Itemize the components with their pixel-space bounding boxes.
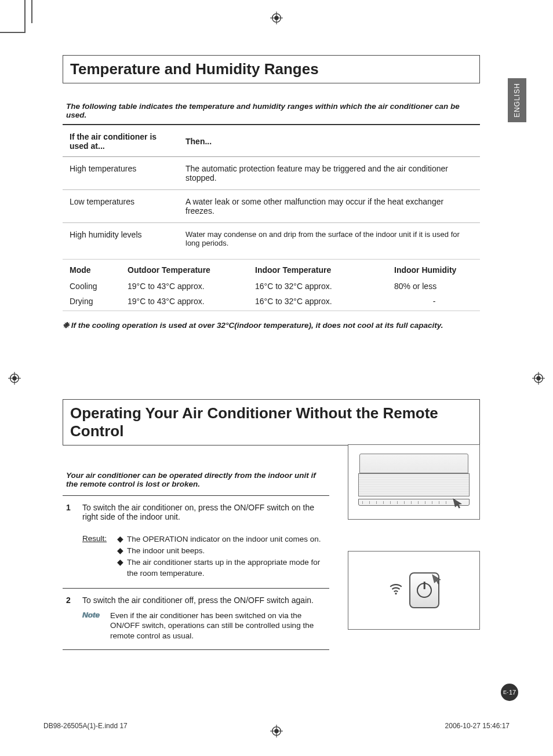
diamond-bullet-icon: ◆ (117, 546, 123, 556)
page-number-badge: E-17 (501, 684, 518, 701)
ac-unit-illustration (356, 450, 472, 514)
step-number: 1 (66, 503, 74, 580)
footer-right: 2006-10-27 15:46:17 (445, 722, 510, 730)
table-row: Low temperatures A water leak or some ot… (63, 190, 480, 223)
section-title-box: Operating Your Air Conditioner Without t… (63, 399, 480, 445)
table-row: High temperatures The automatic protecti… (63, 157, 480, 190)
crop-mark (31, 0, 32, 23)
ranges-table: Mode Outdoor Temperature Indoor Temperat… (63, 259, 480, 311)
table1-r0-c2: The automatic protection feature may be … (179, 157, 480, 190)
table1-r1-c2: A water leak or some other malfunction m… (179, 190, 480, 223)
bullet-text: The OPERATION indicator on the indoor un… (127, 534, 321, 545)
table1-r2-c2: Water may condense on and drip from the … (179, 223, 480, 255)
diamond-bullet-icon: ◆ (117, 534, 123, 545)
result-label: Result: (82, 534, 107, 580)
table2-r0-outdoor: 19°C to 43°C approx. (121, 279, 248, 294)
registration-mark-icon (8, 372, 21, 385)
table2-header-mode: Mode (63, 260, 121, 280)
crop-mark (0, 32, 26, 33)
page-content: Temperature and Humidity Ranges The foll… (63, 55, 480, 650)
crop-mark (24, 0, 26, 32)
footer: DB98-26505A(1)-E.indd 17 2006-10-27 15:4… (43, 722, 510, 730)
table1-r2-c1: High humidity levels (63, 223, 179, 255)
table2-r0-indoor: 16°C to 32°C approx. (248, 279, 387, 294)
bullet-text: The air conditioner starts up in the app… (127, 557, 326, 578)
table2-r1-humidity: - (387, 294, 480, 311)
pointer-arrow-icon (451, 496, 464, 509)
conditions-table: If the air conditioner is used at... The… (63, 125, 480, 254)
diamond-bullet-icon: ◆ (117, 557, 123, 578)
table1-header-col1: If the air conditioner is used at... (63, 125, 179, 157)
note-text: Even if the air conditioner has been swi… (110, 611, 326, 641)
figure-power-button (348, 551, 480, 630)
table2-r1-indoor: 16°C to 32°C approx. (248, 294, 387, 311)
section1-footnote: ❉ If the cooling operation is used at ov… (63, 317, 480, 330)
table1-r1-c1: Low temperatures (63, 190, 179, 223)
section2-intro: Your air conditioner can be operated dir… (63, 471, 318, 495)
bullet-text: The indoor unit beeps. (127, 546, 205, 556)
steps-list: 1 To switch the air conditioner on, pres… (63, 495, 329, 650)
table2-r1-outdoor: 19°C to 43°C approx. (121, 294, 248, 311)
step-number: 2 (66, 596, 74, 641)
language-tab: ENGLISH (508, 78, 526, 122)
result-bullets: ◆The OPERATION indicator on the indoor u… (117, 534, 326, 580)
figure-ac-unit (348, 444, 480, 520)
pointer-arrow-icon (430, 572, 443, 587)
table-row: Drying 19°C to 43°C approx. 16°C to 32°C… (63, 294, 480, 311)
table2-r1-mode: Drying (63, 294, 121, 311)
table-row: High humidity levels Water may condense … (63, 223, 480, 255)
section1-intro: The following table indicates the temper… (63, 102, 480, 125)
step-item: 2 To switch the air conditioner off, pre… (63, 589, 329, 650)
language-tab-label: ENGLISH (513, 83, 521, 118)
table2-r0-mode: Cooling (63, 279, 121, 294)
table1-header-col2: Then... (179, 125, 480, 157)
step-text: To switch the air conditioner on, press … (82, 503, 326, 521)
registration-mark-icon (270, 12, 283, 24)
section2-title: Operating Your Air Conditioner Without t… (70, 404, 472, 440)
svg-point-16 (395, 593, 396, 594)
step-item: 1 To switch the air conditioner on, pres… (63, 496, 329, 589)
section-title-box: Temperature and Humidity Ranges (63, 55, 480, 83)
power-button-illustration (409, 572, 439, 608)
table2-header-outdoor: Outdoor Temperature (121, 260, 248, 280)
registration-mark-icon (532, 372, 545, 385)
footer-left: DB98-26505A(1)-E.indd 17 (43, 722, 128, 730)
table2-r0-humidity: 80% or less (387, 279, 480, 294)
section1-title: Temperature and Humidity Ranges (70, 60, 472, 78)
table-row: Cooling 19°C to 43°C approx. 16°C to 32°… (63, 279, 480, 294)
signal-icon (388, 581, 403, 600)
table2-header-indoor: Indoor Temperature (248, 260, 387, 280)
table2-header-humidity: Indoor Humidity (387, 260, 480, 280)
page-number: 17 (509, 689, 516, 696)
table1-r0-c1: High temperatures (63, 157, 179, 190)
step-text: To switch the air conditioner off, press… (82, 596, 326, 605)
page-number-prefix: E- (503, 689, 508, 695)
note-label: Note (82, 611, 103, 641)
